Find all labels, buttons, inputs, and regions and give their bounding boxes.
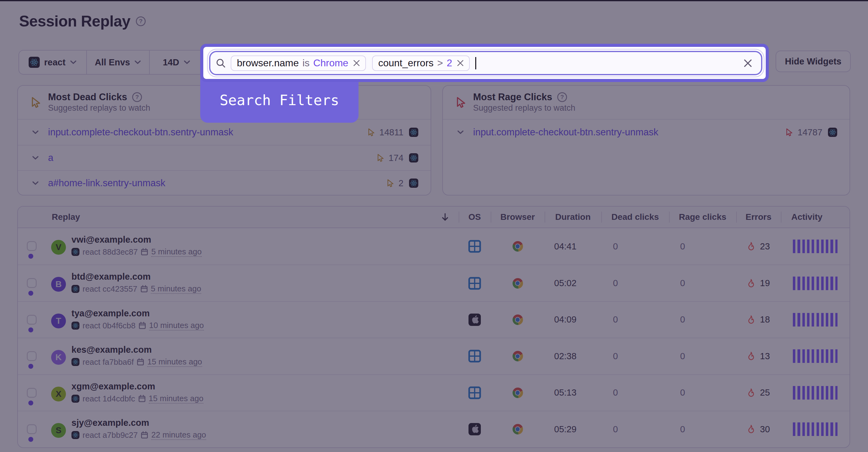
token-key: count_errors bbox=[378, 57, 434, 69]
remove-token-icon[interactable] bbox=[457, 60, 464, 66]
text-caret bbox=[475, 57, 476, 69]
replay-search-input[interactable]: browser.name is Chrome count_errors > 2 bbox=[209, 51, 762, 75]
search-token-browser[interactable]: browser.name is Chrome bbox=[231, 56, 366, 71]
remove-token-icon[interactable] bbox=[353, 60, 360, 66]
search-filters-callout: Search Filters bbox=[200, 78, 359, 123]
clear-search-icon[interactable] bbox=[744, 59, 752, 67]
token-operator: > bbox=[437, 57, 443, 69]
token-value: Chrome bbox=[313, 57, 348, 69]
token-value: 2 bbox=[446, 57, 452, 69]
session-replay-page: Session Replay react All Envs 14D Hide W… bbox=[0, 0, 868, 452]
search-highlight-frame: Search Filters browser.name is Chrome co… bbox=[200, 44, 769, 82]
search-icon bbox=[216, 58, 226, 68]
search-filters-label: Search Filters bbox=[220, 92, 339, 109]
token-operator: is bbox=[303, 57, 310, 69]
token-key: browser.name bbox=[237, 57, 299, 69]
search-token-errors[interactable]: count_errors > 2 bbox=[372, 56, 470, 71]
